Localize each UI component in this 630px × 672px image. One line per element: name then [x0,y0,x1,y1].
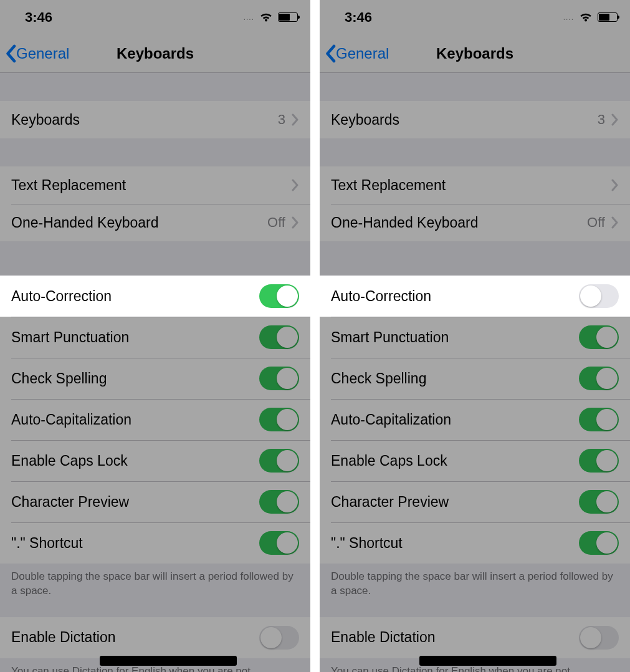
chevron-left-icon [325,44,336,63]
row-check-spelling[interactable]: Check Spelling [320,358,630,399]
toggle-period-shortcut[interactable] [579,531,619,555]
toggle-enable-dictation[interactable] [259,626,299,650]
row-label: Character Preview [331,494,579,511]
redaction-bar [100,656,237,668]
row-label: Keyboards [11,112,278,128]
row-value: 3 [278,112,285,128]
row-label: Auto-Capitalization [11,411,259,428]
row-label: Smart Punctuation [11,329,259,346]
toggle-enable-dictation[interactable] [579,626,619,650]
footer-period-hint: Double tapping the space bar will insert… [320,564,630,598]
toggle-smart-punctuation[interactable] [579,325,619,349]
row-period-shortcut[interactable]: "." Shortcut [0,522,310,564]
row-label: Keyboards [331,112,598,128]
row-keyboards[interactable]: Keyboards 3 [0,101,310,138]
row-text-replacement[interactable]: Text Replacement [320,166,630,204]
chevron-right-icon [611,216,619,229]
row-label: Auto-Correction [11,288,259,305]
wifi-icon [259,12,273,22]
screenshot-right: 3:46 .... General Keyboards Keyboards 3 … [320,0,630,672]
chevron-right-icon [611,113,619,126]
wifi-icon [579,12,593,22]
row-label: Text Replacement [11,177,292,194]
row-label: One-Handed Keyboard [331,214,587,231]
row-one-handed-keyboard[interactable]: One-Handed Keyboard Off [320,204,630,241]
status-bar: 3:46 .... [320,0,630,34]
chevron-right-icon [292,179,299,191]
row-label: Check Spelling [11,370,259,387]
toggle-auto-capitalization[interactable] [259,408,299,431]
redaction-bar [419,656,556,668]
footer-period-hint: Double tapping the space bar will insert… [0,564,310,598]
toggle-period-shortcut[interactable] [259,531,299,555]
screenshot-left: 3:46 .... General Keyboards Keyboards 3 … [0,0,310,672]
row-label: Enable Caps Lock [11,453,259,469]
toggle-caps-lock[interactable] [579,449,619,473]
row-label: Smart Punctuation [331,329,579,346]
battery-icon [598,12,618,22]
toggle-check-spelling[interactable] [259,367,299,390]
signal-dots: .... [244,13,254,22]
row-label: "." Shortcut [11,535,259,552]
row-enable-caps-lock[interactable]: Enable Caps Lock [0,440,310,481]
back-button[interactable]: General [320,44,389,63]
status-time: 3:46 [25,9,52,26]
row-enable-dictation[interactable]: Enable Dictation [320,617,630,658]
toggle-auto-correction[interactable] [579,284,619,308]
row-label: "." Shortcut [331,535,579,552]
row-label: Auto-Correction [331,288,579,305]
row-smart-punctuation[interactable]: Smart Punctuation [320,317,630,358]
row-label: Enable Dictation [331,629,579,646]
back-label: General [16,45,69,62]
row-auto-capitalization[interactable]: Auto-Capitalization [320,399,630,440]
toggle-auto-capitalization[interactable] [579,408,619,431]
row-keyboards[interactable]: Keyboards 3 [320,101,630,138]
toggle-smart-punctuation[interactable] [259,325,299,349]
nav-header: General Keyboards [0,34,310,73]
chevron-left-icon [5,44,16,63]
nav-header: General Keyboards [320,34,630,73]
row-check-spelling[interactable]: Check Spelling [0,358,310,399]
row-value: Off [587,214,605,231]
row-enable-caps-lock[interactable]: Enable Caps Lock [320,440,630,481]
row-label: One-Handed Keyboard [11,214,267,231]
toggle-character-preview[interactable] [579,490,619,514]
back-button[interactable]: General [0,44,69,63]
row-label: Text Replacement [331,177,611,194]
row-auto-correction[interactable]: Auto-Correction [0,276,310,317]
row-value: Off [267,214,285,231]
chevron-right-icon [292,113,299,126]
row-label: Check Spelling [331,370,579,387]
row-label: Auto-Capitalization [331,411,579,428]
chevron-right-icon [292,216,299,229]
toggle-character-preview[interactable] [259,490,299,514]
row-text-replacement[interactable]: Text Replacement [0,166,310,204]
row-character-preview[interactable]: Character Preview [320,481,630,522]
back-label: General [336,45,389,62]
row-enable-dictation[interactable]: Enable Dictation [0,617,310,658]
row-label: Enable Dictation [11,629,259,646]
row-label: Enable Caps Lock [331,453,579,469]
toggle-check-spelling[interactable] [579,367,619,390]
row-auto-capitalization[interactable]: Auto-Capitalization [0,399,310,440]
status-bar: 3:46 .... [0,0,310,34]
row-smart-punctuation[interactable]: Smart Punctuation [0,317,310,358]
row-period-shortcut[interactable]: "." Shortcut [320,522,630,564]
battery-icon [278,12,298,22]
toggle-auto-correction[interactable] [259,284,299,308]
toggle-caps-lock[interactable] [259,449,299,473]
row-value: 3 [598,112,605,128]
status-time: 3:46 [345,9,372,26]
chevron-right-icon [611,179,619,191]
row-one-handed-keyboard[interactable]: One-Handed Keyboard Off [0,204,310,241]
row-auto-correction[interactable]: Auto-Correction [320,276,630,317]
row-label: Character Preview [11,494,259,511]
row-character-preview[interactable]: Character Preview [0,481,310,522]
signal-dots: .... [563,13,574,22]
